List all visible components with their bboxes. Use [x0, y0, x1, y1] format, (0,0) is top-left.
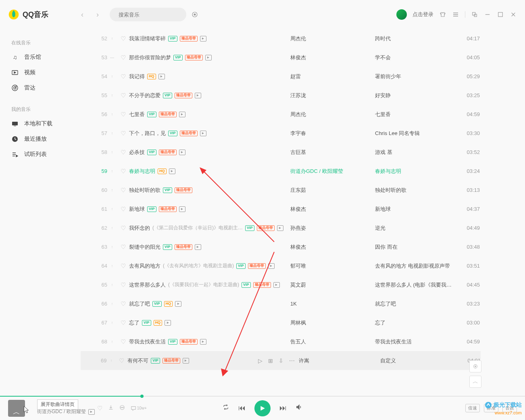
- favorite-button[interactable]: ♡: [117, 149, 129, 156]
- song-artist[interactable]: 孙燕姿: [290, 225, 375, 232]
- favorite-button[interactable]: ♡: [117, 262, 129, 270]
- row-add-button[interactable]: ⊞: [268, 358, 273, 364]
- song-row[interactable]: 64 ↑ ♡ 去有风的地方(《去有风的地方》电视剧主题曲)VIP臻品母带▸ 郁可…: [81, 256, 481, 275]
- song-artist[interactable]: 告五人: [290, 338, 375, 345]
- song-title[interactable]: 就忘了吧: [129, 300, 150, 308]
- mv-badge[interactable]: ▸: [179, 112, 185, 117]
- search-input[interactable]: [119, 12, 186, 18]
- favorite-button[interactable]: ♡: [117, 111, 129, 118]
- song-row[interactable]: 56 ↑ ♡ 七里香VIP臻品母带▸ 周杰伦 七里香 04:59: [81, 105, 481, 124]
- song-artist[interactable]: 李宇春: [290, 130, 375, 137]
- song-album[interactable]: 逆光: [375, 225, 456, 232]
- download-button[interactable]: [108, 405, 114, 412]
- song-album[interactable]: 去有风的地方 电视剧影视原声带: [375, 262, 456, 270]
- song-album[interactable]: 游戏 基: [375, 149, 456, 156]
- song-row[interactable]: 60 ↑ ♡ 独处时听的歌VIP臻品母带 庄东茹 独处时听的歌 03:13: [81, 181, 481, 200]
- song-album[interactable]: 就忘了吧: [375, 300, 456, 308]
- mv-badge[interactable]: ▸: [268, 263, 275, 269]
- song-artist[interactable]: 林俊杰: [290, 54, 375, 61]
- song-title[interactable]: 我怀念的: [129, 225, 150, 232]
- mv-badge[interactable]: ▸: [179, 206, 185, 212]
- mv-badge[interactable]: ▸: [169, 168, 175, 174]
- sidebar-item-music-hall[interactable]: ♫音乐馆: [0, 50, 81, 65]
- song-row[interactable]: 59 ↑ ♡ 春娇与志明HQ▸ 街道办GDC / 欧阳耀莹 春娇与志明 03:2…: [81, 162, 481, 181]
- favorite-button[interactable]: ♡: [117, 73, 129, 80]
- mv-badge[interactable]: ▸: [195, 93, 201, 98]
- menu-icon[interactable]: [452, 11, 459, 18]
- song-album[interactable]: 自定义: [380, 357, 458, 364]
- song-row[interactable]: 57 ↑ ♡ 下个，路口，见VIP臻品母带▸ 李宇春 Chris Lee 同名专…: [81, 124, 481, 143]
- favorite-button[interactable]: ♡: [116, 357, 128, 364]
- favorite-button[interactable]: ♡: [117, 92, 129, 99]
- song-album[interactable]: 新地球: [375, 206, 456, 213]
- song-title[interactable]: 不分手的恋爱: [129, 92, 160, 99]
- song-row[interactable]: 66 ↑ ♡ 就忘了吧VIPHQ▸ 1K 就忘了吧 03:23: [81, 294, 481, 313]
- song-row[interactable]: 67 ↑ ♡ 忘了VIPHQ▸ 周林枫 忘了 03:00: [81, 313, 481, 332]
- mv-badge[interactable]: ▸: [179, 150, 185, 155]
- song-row[interactable]: 58 ↑ ♡ 必杀技VIP臻品母带▸ 古巨基 游戏 基 03:52: [81, 143, 481, 162]
- song-row[interactable]: 61 ↑ ♡ 新地球VIP臻品母带▸ 林俊杰 新地球 04:37: [81, 200, 481, 218]
- song-artist[interactable]: 林俊杰: [290, 206, 375, 213]
- song-album[interactable]: 好安静: [375, 92, 456, 99]
- row-more-button[interactable]: ⋯: [289, 358, 295, 364]
- favorite-button[interactable]: ♡: [117, 187, 129, 194]
- song-title[interactable]: 裂缝中的阳光: [129, 243, 160, 251]
- login-button[interactable]: 点击登录: [412, 11, 433, 18]
- song-list[interactable]: 52 ↑ ♡ 我落泪情绪零碎VIP臻品母带▸ 周杰伦 跨时代 04:17 53 …: [81, 29, 525, 396]
- favorite-button[interactable]: ♡: [117, 206, 129, 213]
- minimize-button[interactable]: [484, 11, 491, 18]
- favorite-button[interactable]: ♡: [117, 54, 129, 61]
- song-row[interactable]: 63 ↑ ♡ 裂缝中的阳光VIP臻品母带▸ 林俊杰 因你 而在 03:48: [81, 237, 481, 256]
- favorite-button[interactable]: ♡: [117, 338, 129, 345]
- song-row[interactable]: 68 ↑ ♡ 带我去找夜生活VIP臻品母带▸ 告五人 带我去找夜生活 04:59: [81, 332, 481, 351]
- favorite-button[interactable]: ♡: [117, 319, 129, 326]
- song-row[interactable]: 55 ↑ ♡ 不分手的恋爱VIP臻品母带▸ 汪苏泷 好安静 03:25: [81, 86, 481, 105]
- song-artist[interactable]: 莫文蔚: [290, 281, 375, 289]
- song-album[interactable]: 七里香: [375, 111, 456, 118]
- song-title[interactable]: 去有风的地方: [129, 262, 160, 270]
- mv-badge[interactable]: ▸: [165, 320, 171, 326]
- song-artist[interactable]: 街道办GDC / 欧阳耀莹: [290, 168, 375, 175]
- volume-button[interactable]: [296, 403, 303, 413]
- song-album[interactable]: 因你 而在: [375, 243, 456, 251]
- song-artist[interactable]: 庄东茹: [290, 187, 375, 194]
- maximize-button[interactable]: [497, 11, 504, 18]
- speed-button[interactable]: 倍速: [465, 404, 480, 412]
- song-album[interactable]: 带我去找夜生活: [375, 338, 456, 345]
- song-title[interactable]: 有何不可: [127, 357, 148, 364]
- mv-badge[interactable]: ▸: [205, 55, 212, 60]
- sidebar-item-recent[interactable]: 最近播放: [0, 131, 81, 147]
- song-title[interactable]: 春娇与志明: [129, 168, 155, 175]
- progress-handle[interactable]: [140, 395, 144, 398]
- nav-back-button[interactable]: ‹: [77, 9, 88, 20]
- prev-button[interactable]: ⏮: [238, 404, 246, 412]
- song-title[interactable]: 我记得: [129, 73, 145, 80]
- favorite-button[interactable]: ♡: [117, 300, 129, 308]
- song-album[interactable]: Chris Lee 同名专辑: [375, 130, 456, 137]
- nav-forward-button[interactable]: ›: [92, 9, 103, 20]
- sidebar-item-trial[interactable]: 试听列表: [0, 147, 81, 162]
- mv-badge[interactable]: ▸: [277, 225, 283, 231]
- song-row[interactable]: 52 ↑ ♡ 我落泪情绪零碎VIP臻品母带▸ 周杰伦 跨时代 04:17: [81, 29, 481, 48]
- song-album[interactable]: 这世界那么多人 (电影《我要我们…: [375, 281, 456, 289]
- song-row[interactable]: 53 — ♡ 那些你很冒险的梦VIP臻品母带▸ 林俊杰 学不会 04:05: [81, 48, 481, 67]
- favorite-button[interactable]: ♡: [117, 35, 129, 42]
- song-title[interactable]: 那些你很冒险的梦: [129, 54, 171, 61]
- song-artist[interactable]: 郁可唯: [290, 262, 375, 270]
- song-artist[interactable]: 周林枫: [290, 319, 375, 326]
- song-album[interactable]: 春娇与志明: [375, 168, 456, 175]
- progress-bar[interactable]: [0, 396, 525, 397]
- comment-button[interactable]: 10w+: [131, 405, 147, 411]
- song-row[interactable]: 65 ↑ ♡ 这世界那么多人(《我要我们在一起》电影主题曲)VIP臻品母带▸ 莫…: [81, 275, 481, 294]
- search-box[interactable]: [110, 8, 186, 21]
- favorite-button[interactable]: ♡: [117, 168, 129, 175]
- play-button[interactable]: [254, 400, 271, 416]
- mv-badge[interactable]: ▸: [158, 74, 165, 79]
- more-button[interactable]: [119, 405, 125, 412]
- close-button[interactable]: [510, 11, 517, 18]
- song-album[interactable]: 忘了: [375, 319, 456, 326]
- song-album[interactable]: 学不会: [375, 54, 456, 61]
- sidebar-item-local[interactable]: 本地和下载: [0, 116, 81, 131]
- song-artist[interactable]: 许嵩: [299, 357, 380, 364]
- song-title[interactable]: 这世界那么多人: [129, 281, 166, 289]
